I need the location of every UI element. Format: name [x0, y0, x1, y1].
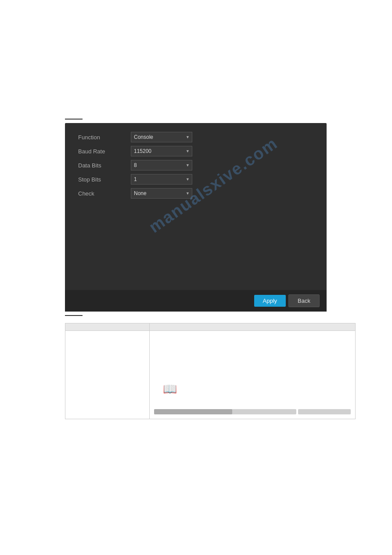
form-area: Function Console RS232 RS485 Baud Rate 9…	[65, 123, 327, 290]
baud-rate-select-wrapper[interactable]: 9600 19200 38400 57600 115200	[131, 146, 192, 156]
table-body-row: 📖	[65, 331, 355, 419]
stop-bits-select-wrapper[interactable]: 1 2	[131, 174, 192, 185]
scrollbar-track-main[interactable]	[154, 409, 296, 414]
panel-footer: Apply Back	[65, 290, 327, 312]
top-divider-line	[65, 119, 83, 120]
function-row: Function Console RS232 RS485	[74, 132, 318, 142]
stop-bits-select[interactable]: 1 2	[131, 174, 192, 185]
data-bits-row: Data Bits 7 8	[74, 160, 318, 170]
scrollbar-thumb	[154, 409, 232, 414]
scrollbar-area	[154, 409, 351, 414]
baud-rate-row: Baud Rate 9600 19200 38400 57600 115200	[74, 146, 318, 156]
table-header-row	[65, 323, 355, 331]
back-button[interactable]: Back	[288, 294, 320, 307]
check-select-wrapper[interactable]: None Odd Even	[131, 188, 192, 199]
data-bits-select-wrapper[interactable]: 7 8	[131, 160, 192, 170]
apply-button[interactable]: Apply	[254, 295, 286, 307]
stop-bits-label: Stop Bits	[74, 176, 131, 183]
check-select[interactable]: None Odd Even	[131, 188, 192, 199]
check-label: Check	[74, 190, 131, 197]
table-col2-body: 📖	[150, 331, 355, 419]
function-select-wrapper[interactable]: Console RS232 RS485	[131, 132, 192, 142]
table-col1-body	[65, 331, 150, 419]
check-row: Check None Odd Even	[74, 188, 318, 199]
function-select[interactable]: Console RS232 RS485	[131, 132, 192, 142]
top-spacer	[0, 0, 392, 119]
scrollbar-track-secondary[interactable]	[298, 409, 351, 414]
table-col1-header	[65, 323, 150, 330]
baud-rate-select[interactable]: 9600 19200 38400 57600 115200	[131, 146, 192, 156]
book-icon: 📖	[163, 382, 177, 396]
page-wrapper: manualsхive.com Function Console RS232 R…	[0, 0, 392, 555]
stop-bits-row: Stop Bits 1 2	[74, 174, 318, 185]
data-bits-label: Data Bits	[74, 162, 131, 169]
bottom-table: 📖	[65, 323, 356, 419]
function-label: Function	[74, 134, 131, 141]
baud-rate-label: Baud Rate	[74, 148, 131, 155]
data-bits-select[interactable]: 7 8	[131, 160, 192, 170]
config-panel: manualsхive.com Function Console RS232 R…	[65, 123, 327, 312]
table-col2-header	[150, 323, 355, 330]
bottom-divider-line	[65, 315, 83, 316]
